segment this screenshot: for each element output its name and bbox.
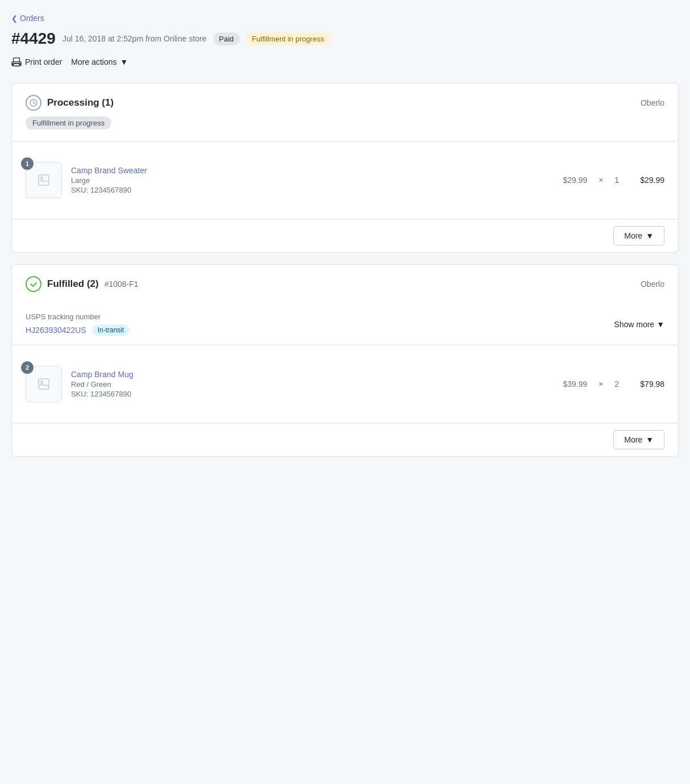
quantity-value: 2	[614, 380, 619, 389]
processing-card: Processing (1) Oberlo Fulfillment in pro…	[11, 83, 679, 253]
more-button-label: More	[624, 231, 642, 240]
table-row: 2 Camp Brand Mug Red / Green SKU: 123456…	[26, 357, 664, 411]
product-info: Camp Brand Mug Red / Green SKU: 12345678…	[71, 370, 554, 398]
svg-rect-6	[39, 379, 49, 389]
show-more-button[interactable]: Show more ▼	[614, 320, 664, 329]
svg-point-7	[41, 381, 43, 383]
product-variant: Large	[71, 176, 554, 185]
processing-card-header: Processing (1) Oberlo Fulfillment in pro…	[12, 84, 678, 141]
print-order-label: Print order	[25, 57, 62, 66]
product-sku: SKU: 1234567890	[71, 186, 554, 194]
show-more-label: Show more	[614, 320, 654, 329]
tracking-label: USPS tracking number	[26, 312, 129, 321]
fulfilled-card-header: Fulfilled (2) #1008-F1 Oberlo	[12, 265, 678, 303]
fulfilled-source: Oberlo	[641, 280, 664, 289]
fulfillment-title: Processing (1)	[26, 95, 114, 111]
tracking-section: USPS tracking number HJ263930422US In-tr…	[12, 303, 678, 345]
product-total: $79.98	[630, 380, 664, 389]
product-name: Camp Brand Sweater	[71, 166, 554, 175]
svg-point-5	[41, 177, 43, 180]
more-actions-label: More actions	[71, 57, 116, 66]
svg-rect-0	[14, 58, 20, 62]
fulfillment-status-badge: Fulfillment in progress	[246, 32, 330, 45]
svg-rect-4	[39, 175, 49, 185]
action-bar: Print order More actions ▼	[11, 55, 679, 69]
print-icon	[11, 57, 22, 67]
processing-more-button[interactable]: More ▼	[613, 226, 664, 245]
tracking-status-badge: In-transit	[92, 324, 130, 336]
svg-point-2	[19, 63, 20, 64]
product-sku: SKU: 1234567890	[71, 390, 554, 398]
fulfilled-card: Fulfilled (2) #1008-F1 Oberlo USPS track…	[11, 264, 679, 457]
fulfilled-more-button[interactable]: More ▼	[613, 430, 664, 449]
product-quantity-badge: 1	[21, 157, 34, 170]
unit-price: $29.99	[563, 176, 587, 185]
quantity-multiplier: ×	[599, 380, 603, 389]
order-date: Jul 16, 2018 at 2:52pm from Online store	[62, 34, 207, 43]
product-name: Camp Brand Mug	[71, 370, 554, 379]
dropdown-arrow-icon: ▼	[120, 57, 128, 66]
processing-source: Oberlo	[641, 98, 664, 107]
quantity-multiplier: ×	[599, 176, 603, 185]
chevron-left-icon: ❮	[11, 14, 18, 23]
quantity-value: 1	[614, 176, 619, 185]
show-more-icon: ▼	[656, 320, 664, 329]
product-variant: Red / Green	[71, 380, 554, 389]
clock-icon	[26, 95, 41, 111]
check-circle-icon	[26, 276, 41, 292]
more-dropdown-icon: ▼	[646, 231, 654, 240]
order-header: #4429 Jul 16, 2018 at 2:52pm from Online…	[11, 30, 679, 48]
fulfillment-id: #1008-F1	[104, 280, 139, 289]
product-thumbnail: 2	[26, 366, 62, 402]
tracking-number-link[interactable]: HJ263930422US	[26, 326, 86, 335]
processing-status-badge: Fulfillment in progress	[26, 116, 111, 130]
more-button-label: More	[624, 435, 642, 444]
product-pricing: $39.99 × 2 $79.98	[563, 380, 664, 389]
processing-products: 1 Camp Brand Sweater Large SKU: 12345678…	[12, 141, 678, 219]
product-thumbnail: 1	[26, 162, 62, 198]
product-info: Camp Brand Sweater Large SKU: 1234567890	[71, 166, 554, 194]
back-link-label: Orders	[20, 14, 44, 23]
order-number: #4429	[11, 30, 56, 48]
more-actions-button[interactable]: More actions ▼	[71, 55, 128, 69]
print-order-button[interactable]: Print order	[11, 55, 62, 69]
fulfilled-products: 2 Camp Brand Mug Red / Green SKU: 123456…	[12, 345, 678, 423]
back-link[interactable]: ❮ Orders	[11, 14, 679, 23]
more-dropdown-icon: ▼	[646, 435, 654, 444]
unit-price: $39.99	[563, 380, 587, 389]
product-quantity-badge: 2	[21, 361, 34, 374]
fulfilled-card-actions: More ▼	[12, 423, 678, 456]
tracking-row: HJ263930422US In-transit	[26, 324, 129, 336]
fulfilled-title: Fulfilled (2)	[47, 278, 99, 290]
product-pricing: $29.99 × 1 $29.99	[563, 176, 664, 185]
product-total: $29.99	[630, 176, 664, 185]
paid-badge: Paid	[214, 32, 240, 45]
processing-title: Processing (1)	[47, 97, 114, 109]
processing-card-actions: More ▼	[12, 219, 678, 252]
table-row: 1 Camp Brand Sweater Large SKU: 12345678…	[26, 153, 664, 207]
fulfilled-title-group: Fulfilled (2) #1008-F1	[26, 276, 139, 292]
